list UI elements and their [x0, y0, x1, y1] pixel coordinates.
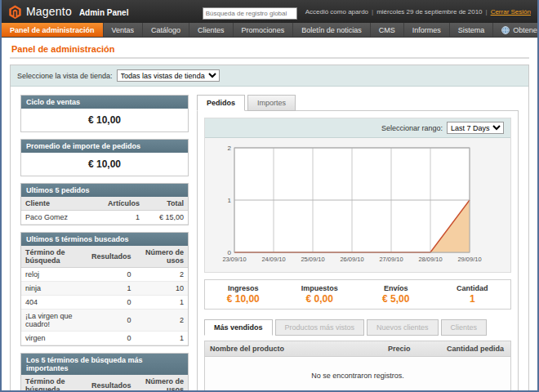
column-header-numero-de-usos: Número de usos	[136, 246, 188, 268]
table-cell: virgen	[21, 332, 87, 345]
table-cell: 1	[87, 282, 136, 296]
svg-text:28/09/10: 28/09/10	[418, 256, 442, 263]
brand-suffix: Admin Panel	[79, 8, 129, 17]
svg-text:27/09/10: 27/09/10	[379, 256, 403, 263]
svg-text:29/09/10: 29/09/10	[457, 256, 481, 263]
dashboard-card: Seleccione la vista de tienda: Todas las…	[10, 65, 529, 390]
table-row[interactable]: ninja110	[21, 282, 188, 296]
column-header-termino-de-busqueda: Término de búsqueda	[21, 246, 87, 268]
top-search-terms-table: Término de búsquedaResultadosNúmero de u…	[21, 375, 188, 390]
svg-text:24/09/10: 24/09/10	[261, 256, 285, 263]
table-cell: 0	[87, 268, 136, 282]
nav-item-sistema[interactable]: Sistema	[450, 23, 494, 37]
table-cell: 1	[90, 211, 144, 225]
table-cell: ¡La virgen que cuadro!	[21, 310, 87, 332]
diagram-tab-pedidos[interactable]: Pedidos	[197, 95, 245, 111]
table-row[interactable]: ¡La virgen que cuadro!02	[21, 310, 188, 332]
top-search-terms-panel: Los 5 términos de búsqueda más important…	[20, 353, 189, 390]
magento-logo-icon	[8, 5, 22, 19]
logout-link[interactable]: Cerrar Sesión	[491, 8, 531, 16]
range-select[interactable]: Last 7 Days	[447, 122, 504, 134]
brand-name: Magento	[26, 5, 72, 18]
table-cell: 0	[87, 296, 136, 310]
nav-item-informes[interactable]: Informes	[404, 23, 450, 37]
nav-item-ventas[interactable]: Ventas	[104, 23, 144, 37]
grid-empty-message: No se encontraron registros.	[205, 357, 510, 390]
last-orders-table: ClienteArtículosTotalPaco Gomez1€ 15,00	[21, 197, 188, 225]
column-header-termino-de-busqueda: Término de búsqueda	[21, 375, 87, 390]
nav-item-catalogo[interactable]: Catálogo	[143, 23, 189, 37]
column-header-total: Total	[144, 197, 188, 211]
table-cell: 1	[136, 296, 188, 310]
svg-text:25/09/10: 25/09/10	[301, 256, 324, 263]
nav-item-boletin-de-noticias[interactable]: Boletín de noticias	[293, 23, 371, 37]
help-label: Obtener ayuda para esta página	[513, 26, 539, 34]
table-row[interactable]: virgen01	[21, 332, 188, 345]
last-orders-panel: Ultimos 5 pedidos ClienteArtículosTotalP…	[20, 183, 189, 225]
nav-item-clientes[interactable]: Clientes	[189, 23, 234, 37]
session-info: Accedió como apardo | miércoles 29 de se…	[305, 8, 531, 16]
nav-item-cms[interactable]: CMS	[371, 23, 404, 37]
brand: Magento Admin Panel	[8, 5, 128, 19]
total-label: Impuestos	[282, 284, 359, 292]
total-label: Cantidad	[434, 284, 511, 292]
range-bar: Seleccionar rango: Last 7 Days	[205, 118, 510, 138]
grid-header: Nombre del producto Precio Cantidad pedi…	[205, 341, 510, 357]
column-header-resultados: Resultados	[87, 246, 136, 268]
grid-col-product-name: Nombre del producto	[205, 341, 383, 356]
store-view-bar: Seleccione la vista de tienda: Todas las…	[11, 65, 528, 87]
current-date: miércoles 29 de septiembre de 2010	[376, 8, 482, 16]
last-search-terms-panel: Ultimos 5 términos buscados Término de b…	[20, 232, 189, 346]
grid-tab-clientes[interactable]: Clientes	[441, 319, 488, 336]
grid-tab-nuevos-clientes[interactable]: Nuevos clientes	[367, 319, 439, 336]
column-header-cliente: Cliente	[21, 197, 90, 211]
total-envios: Envíos€ 5,00	[358, 284, 434, 305]
table-row[interactable]: 40401	[21, 296, 188, 310]
diagram-tab-importes[interactable]: Importes	[247, 95, 296, 111]
lifetime-sales-title: Ciclo de ventas	[21, 96, 188, 109]
title-divider	[10, 57, 529, 59]
help-globe-icon	[501, 26, 510, 34]
table-row[interactable]: reloj02	[21, 268, 188, 282]
total-label: Envíos	[358, 284, 434, 292]
lifetime-sales-value: € 10,00	[21, 109, 188, 131]
top-search-terms-title: Los 5 términos de búsqueda más important…	[21, 354, 188, 375]
last-search-terms-table: Término de búsquedaResultadosNúmero de u…	[21, 246, 188, 345]
table-cell: 0	[87, 310, 136, 332]
grid-tab-productos-mas-vistos[interactable]: Productos más vistos	[275, 319, 365, 336]
separator: |	[486, 8, 488, 16]
total-cantidad: Cantidad1	[434, 284, 511, 305]
right-column: PedidosImportes Seleccionar rango: Last …	[197, 95, 519, 390]
svg-text:23/09/10: 23/09/10	[222, 256, 246, 263]
store-view-select[interactable]: Todas las vistas de tienda	[117, 69, 220, 82]
table-row[interactable]: Paco Gomez1€ 15,00	[21, 211, 188, 225]
page-title: Panel de administración	[10, 42, 529, 57]
column-header-resultados: Resultados	[87, 375, 136, 390]
table-cell: Paco Gomez	[21, 211, 90, 225]
table-cell: 404	[21, 296, 87, 310]
total-value: 1	[434, 293, 511, 305]
grid-col-price: Precio	[383, 341, 442, 356]
bottom-tabs: Más vendidosProductos más vistosNuevos c…	[204, 319, 511, 336]
table-cell: ninja	[21, 282, 87, 296]
store-view-label: Seleccione la vista de tienda:	[17, 72, 113, 80]
column-header-numero-de-usos: Número de usos	[136, 375, 188, 390]
total-label: Ingresos	[205, 284, 282, 292]
grid-tab-mas-vendidos[interactable]: Más vendidos	[204, 319, 273, 336]
help-link[interactable]: Obtener ayuda para esta página	[493, 23, 539, 37]
main-nav-list: Panel de administraciónVentasCatálogoCli…	[2, 23, 493, 37]
diagram-card: Seleccionar rango: Last 7 Days 01223/09/…	[197, 110, 519, 390]
logged-in-as: Accedió como apardo	[305, 8, 368, 16]
average-orders-panel: Promedio de importe de pedidos € 10,00	[20, 139, 189, 176]
table-cell: 10	[136, 282, 188, 296]
nav-item-promociones[interactable]: Promociones	[234, 23, 294, 37]
nav-item-panel-de-administracion[interactable]: Panel de administración	[2, 23, 104, 37]
total-value: € 5,00	[358, 293, 434, 305]
total-ingresos: Ingresos€ 10,00	[205, 284, 282, 305]
totals-bar: Ingresos€ 10,00Impuestos€ 0,00Envíos€ 5,…	[204, 279, 511, 310]
global-search-input[interactable]	[203, 7, 297, 20]
range-label: Seleccionar rango:	[381, 124, 443, 132]
separator: |	[372, 8, 373, 16]
main-nav: Panel de administraciónVentasCatálogoCli…	[2, 23, 537, 38]
svg-text:2: 2	[228, 145, 232, 152]
